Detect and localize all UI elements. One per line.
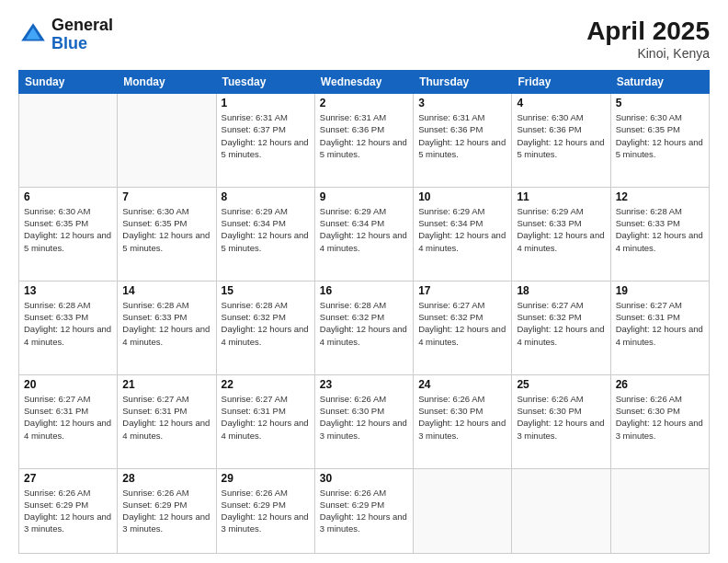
calendar-cell: 28Sunrise: 6:26 AM Sunset: 6:29 PM Dayli…: [118, 468, 216, 553]
calendar-cell: 24Sunrise: 6:26 AM Sunset: 6:30 PM Dayli…: [414, 374, 512, 468]
calendar-week-row: 6Sunrise: 6:30 AM Sunset: 6:35 PM Daylig…: [19, 187, 710, 281]
day-info: Sunrise: 6:29 AM Sunset: 6:33 PM Dayligh…: [517, 205, 605, 254]
logo-blue: Blue: [51, 34, 87, 52]
calendar-header-monday: Monday: [118, 71, 216, 94]
calendar-cell: [118, 94, 216, 188]
logo: General Blue: [18, 17, 113, 53]
day-number: 11: [517, 190, 605, 203]
day-info: Sunrise: 6:26 AM Sunset: 6:30 PM Dayligh…: [418, 393, 506, 442]
logo-general: General: [51, 16, 113, 34]
day-info: Sunrise: 6:28 AM Sunset: 6:33 PM Dayligh…: [122, 299, 210, 348]
day-number: 9: [320, 190, 408, 203]
day-info: Sunrise: 6:26 AM Sunset: 6:30 PM Dayligh…: [616, 393, 704, 442]
calendar-cell: 25Sunrise: 6:26 AM Sunset: 6:30 PM Dayli…: [512, 374, 610, 468]
calendar-cell: 2Sunrise: 6:31 AM Sunset: 6:36 PM Daylig…: [314, 94, 413, 188]
calendar-cell: 30Sunrise: 6:26 AM Sunset: 6:29 PM Dayli…: [314, 468, 413, 553]
calendar-week-row: 1Sunrise: 6:31 AM Sunset: 6:37 PM Daylig…: [19, 94, 710, 188]
day-info: Sunrise: 6:26 AM Sunset: 6:30 PM Dayligh…: [517, 393, 605, 442]
calendar-header-friday: Friday: [512, 71, 610, 94]
day-number: 28: [122, 472, 210, 485]
month-year: April 2025: [586, 17, 710, 46]
calendar-cell: 22Sunrise: 6:27 AM Sunset: 6:31 PM Dayli…: [216, 374, 314, 468]
calendar-cell: 10Sunrise: 6:29 AM Sunset: 6:34 PM Dayli…: [414, 187, 512, 281]
calendar-week-row: 27Sunrise: 6:26 AM Sunset: 6:29 PM Dayli…: [19, 468, 710, 553]
day-info: Sunrise: 6:26 AM Sunset: 6:29 PM Dayligh…: [24, 487, 112, 535]
calendar-cell: 27Sunrise: 6:26 AM Sunset: 6:29 PM Dayli…: [19, 468, 118, 553]
calendar-cell: 3Sunrise: 6:31 AM Sunset: 6:36 PM Daylig…: [414, 94, 512, 188]
day-number: 17: [418, 284, 506, 297]
calendar-week-row: 13Sunrise: 6:28 AM Sunset: 6:33 PM Dayli…: [19, 281, 710, 374]
day-number: 26: [616, 378, 704, 391]
day-number: 1: [222, 97, 310, 109]
calendar-cell: 9Sunrise: 6:29 AM Sunset: 6:34 PM Daylig…: [314, 187, 413, 281]
calendar-cell: 23Sunrise: 6:26 AM Sunset: 6:30 PM Dayli…: [314, 374, 413, 468]
calendar-header-thursday: Thursday: [414, 71, 512, 94]
day-number: 15: [222, 284, 310, 297]
calendar-week-row: 20Sunrise: 6:27 AM Sunset: 6:31 PM Dayli…: [19, 374, 710, 468]
day-number: 22: [222, 378, 310, 391]
calendar-cell: 17Sunrise: 6:27 AM Sunset: 6:32 PM Dayli…: [414, 281, 512, 374]
calendar-cell: 8Sunrise: 6:29 AM Sunset: 6:34 PM Daylig…: [216, 187, 314, 281]
day-number: 5: [616, 97, 704, 109]
calendar-header-wednesday: Wednesday: [314, 71, 413, 94]
calendar-cell: [414, 468, 512, 553]
day-number: 4: [517, 97, 605, 109]
calendar-cell: 16Sunrise: 6:28 AM Sunset: 6:32 PM Dayli…: [314, 281, 413, 374]
day-number: 30: [320, 472, 408, 485]
calendar-header-tuesday: Tuesday: [216, 71, 314, 94]
calendar: SundayMondayTuesdayWednesdayThursdayFrid…: [18, 70, 710, 554]
day-info: Sunrise: 6:29 AM Sunset: 6:34 PM Dayligh…: [418, 205, 506, 254]
header: General Blue April 2025 Kinoi, Kenya: [18, 17, 710, 61]
calendar-header-saturday: Saturday: [610, 71, 709, 94]
calendar-cell: 26Sunrise: 6:26 AM Sunset: 6:30 PM Dayli…: [610, 374, 709, 468]
day-number: 16: [320, 284, 408, 297]
location: Kinoi, Kenya: [586, 46, 710, 61]
day-info: Sunrise: 6:27 AM Sunset: 6:31 PM Dayligh…: [222, 393, 310, 442]
day-number: 10: [418, 190, 506, 203]
day-info: Sunrise: 6:26 AM Sunset: 6:29 PM Dayligh…: [222, 487, 310, 535]
day-number: 6: [24, 190, 112, 203]
day-info: Sunrise: 6:27 AM Sunset: 6:31 PM Dayligh…: [616, 299, 704, 348]
day-info: Sunrise: 6:30 AM Sunset: 6:36 PM Dayligh…: [517, 111, 605, 160]
day-number: 8: [222, 190, 310, 203]
calendar-cell: 21Sunrise: 6:27 AM Sunset: 6:31 PM Dayli…: [118, 374, 216, 468]
day-info: Sunrise: 6:29 AM Sunset: 6:34 PM Dayligh…: [222, 205, 310, 254]
day-info: Sunrise: 6:29 AM Sunset: 6:34 PM Dayligh…: [320, 205, 408, 254]
calendar-cell: 7Sunrise: 6:30 AM Sunset: 6:35 PM Daylig…: [118, 187, 216, 281]
day-info: Sunrise: 6:26 AM Sunset: 6:29 PM Dayligh…: [122, 487, 210, 535]
day-number: 13: [24, 284, 112, 297]
day-number: 18: [517, 284, 605, 297]
logo-icon: [18, 20, 48, 50]
calendar-cell: 15Sunrise: 6:28 AM Sunset: 6:32 PM Dayli…: [216, 281, 314, 374]
day-number: 24: [418, 378, 506, 391]
calendar-cell: 19Sunrise: 6:27 AM Sunset: 6:31 PM Dayli…: [610, 281, 709, 374]
day-number: 19: [616, 284, 704, 297]
calendar-cell: [19, 94, 118, 188]
calendar-cell: 11Sunrise: 6:29 AM Sunset: 6:33 PM Dayli…: [512, 187, 610, 281]
day-number: 25: [517, 378, 605, 391]
logo-text: General Blue: [51, 17, 113, 53]
day-info: Sunrise: 6:30 AM Sunset: 6:35 PM Dayligh…: [24, 205, 112, 254]
day-number: 7: [122, 190, 210, 203]
day-number: 2: [320, 97, 408, 109]
calendar-cell: 5Sunrise: 6:30 AM Sunset: 6:35 PM Daylig…: [610, 94, 709, 188]
calendar-cell: 18Sunrise: 6:27 AM Sunset: 6:32 PM Dayli…: [512, 281, 610, 374]
day-info: Sunrise: 6:31 AM Sunset: 6:37 PM Dayligh…: [222, 111, 310, 160]
calendar-cell: 4Sunrise: 6:30 AM Sunset: 6:36 PM Daylig…: [512, 94, 610, 188]
day-info: Sunrise: 6:27 AM Sunset: 6:31 PM Dayligh…: [24, 393, 112, 442]
day-number: 3: [418, 97, 506, 109]
calendar-cell: 13Sunrise: 6:28 AM Sunset: 6:33 PM Dayli…: [19, 281, 118, 374]
day-info: Sunrise: 6:28 AM Sunset: 6:32 PM Dayligh…: [222, 299, 310, 348]
day-info: Sunrise: 6:28 AM Sunset: 6:32 PM Dayligh…: [320, 299, 408, 348]
calendar-cell: 14Sunrise: 6:28 AM Sunset: 6:33 PM Dayli…: [118, 281, 216, 374]
day-info: Sunrise: 6:31 AM Sunset: 6:36 PM Dayligh…: [320, 111, 408, 160]
calendar-cell: 12Sunrise: 6:28 AM Sunset: 6:33 PM Dayli…: [610, 187, 709, 281]
day-info: Sunrise: 6:31 AM Sunset: 6:36 PM Dayligh…: [418, 111, 506, 160]
day-number: 21: [122, 378, 210, 391]
day-info: Sunrise: 6:26 AM Sunset: 6:30 PM Dayligh…: [320, 393, 408, 442]
day-info: Sunrise: 6:30 AM Sunset: 6:35 PM Dayligh…: [122, 205, 210, 254]
calendar-cell: 29Sunrise: 6:26 AM Sunset: 6:29 PM Dayli…: [216, 468, 314, 553]
day-number: 27: [24, 472, 112, 485]
day-number: 23: [320, 378, 408, 391]
calendar-cell: 20Sunrise: 6:27 AM Sunset: 6:31 PM Dayli…: [19, 374, 118, 468]
